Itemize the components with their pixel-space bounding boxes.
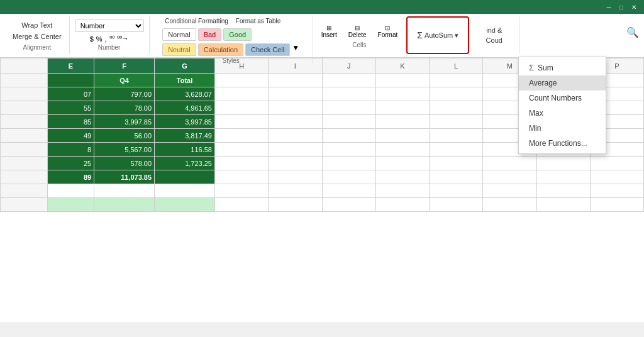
average-menu-item[interactable]: Average (519, 75, 606, 91)
bad-style-button[interactable]: Bad (198, 28, 222, 41)
col-l-header[interactable]: L (430, 58, 483, 74)
insert-button[interactable]: ⊞ Insert (318, 23, 340, 40)
row2-col-i[interactable] (269, 101, 322, 115)
total-col-i[interactable] (269, 170, 322, 184)
light-col-l[interactable] (430, 198, 483, 212)
empty-col-p[interactable] (590, 184, 643, 198)
total-col-f[interactable]: 11,073.85 (94, 170, 155, 184)
row4-col-f[interactable]: 56.00 (94, 129, 155, 143)
row6-col-e[interactable]: 25 (47, 157, 94, 170)
row5-col-i[interactable] (269, 143, 322, 157)
merge-center-button[interactable]: Merge & Center (10, 31, 64, 41)
empty-col-l[interactable] (430, 184, 483, 198)
row1-col-h[interactable] (215, 87, 269, 101)
search-icon[interactable]: 🔍 (626, 27, 639, 38)
autosum-button[interactable]: Σ AutoSum ▾ (414, 29, 461, 41)
row6-col-n[interactable] (536, 157, 590, 170)
light-col-m[interactable] (483, 198, 536, 212)
row5-col-j[interactable] (322, 143, 375, 157)
sum-menu-item[interactable]: Σ Sum (519, 60, 606, 75)
light-col-n[interactable] (536, 198, 590, 212)
row6-col-l[interactable] (430, 157, 483, 170)
empty-col-g[interactable] (155, 184, 215, 198)
empty-col-i[interactable] (269, 184, 322, 198)
light-col-g[interactable] (155, 198, 215, 212)
wrap-text-button[interactable]: Wrap Text (19, 20, 55, 30)
row4-col-g[interactable]: 3,817.49 (155, 129, 215, 143)
row2-col-f[interactable]: 78.00 (94, 101, 155, 115)
row1-col-j[interactable] (322, 87, 375, 101)
col-e-header-cell[interactable] (47, 74, 94, 87)
empty-col-j[interactable] (322, 184, 375, 198)
row2-col-h[interactable] (215, 101, 269, 115)
row4-col-l[interactable] (430, 129, 483, 143)
format-as-table-button[interactable]: Format as Table (233, 16, 284, 26)
total-col-h[interactable] (215, 170, 269, 184)
format-button[interactable]: ⊡ Format (375, 23, 401, 40)
row2-col-k[interactable] (375, 101, 429, 115)
close-btn[interactable]: ✕ (629, 2, 639, 12)
neutral-style-button[interactable]: Neutral (162, 43, 196, 56)
row3-col-e[interactable]: 85 (47, 115, 94, 129)
col-f-header[interactable]: F (94, 58, 155, 74)
row3-col-k[interactable] (375, 115, 429, 129)
row5-col-e[interactable]: 8 (47, 143, 94, 157)
window-controls[interactable]: ─ □ ✕ (604, 2, 639, 12)
row1-col-e[interactable]: 07 (47, 87, 94, 101)
empty-col-h[interactable] (215, 184, 269, 198)
row3-col-h[interactable] (215, 115, 269, 129)
row1-col-i[interactable] (269, 87, 322, 101)
col-g-total-header[interactable]: Total (155, 74, 215, 87)
calculation-style-button[interactable]: Calculation (198, 43, 243, 56)
total-col-n[interactable] (536, 170, 590, 184)
light-col-i[interactable] (269, 198, 322, 212)
col-e-header[interactable]: E (47, 58, 94, 74)
more-functions-menu-item[interactable]: More Functions... (519, 136, 606, 151)
styles-more-icon[interactable]: ▼ (292, 43, 299, 56)
row1-col-l[interactable] (430, 87, 483, 101)
count-numbers-menu-item[interactable]: Count Numbers (519, 91, 606, 106)
row6-col-f[interactable]: 578.00 (94, 157, 155, 170)
row3-col-f[interactable]: 3,997.85 (94, 115, 155, 129)
row6-col-i[interactable] (269, 157, 322, 170)
find-select-button[interactable]: ind & (484, 25, 504, 35)
empty-col-f[interactable] (94, 184, 155, 198)
row5-col-h[interactable] (215, 143, 269, 157)
row5-col-g[interactable]: 116.58 (155, 143, 215, 157)
row6-col-h[interactable] (215, 157, 269, 170)
check-cell-style-button[interactable]: Check Cell (245, 43, 290, 56)
light-col-k[interactable] (375, 198, 429, 212)
minimize-btn[interactable]: ─ (604, 2, 614, 12)
row4-col-e[interactable]: 49 (47, 129, 94, 143)
row6-col-k[interactable] (375, 157, 429, 170)
total-col-g[interactable] (155, 170, 215, 184)
row2-col-j[interactable] (322, 101, 375, 115)
row4-col-k[interactable] (375, 129, 429, 143)
maximize-btn[interactable]: □ (616, 2, 626, 12)
row2-col-l[interactable] (430, 101, 483, 115)
row1-col-f[interactable]: 797.00 (94, 87, 155, 101)
light-col-f[interactable] (94, 198, 155, 212)
light-col-e[interactable] (47, 198, 94, 212)
delete-button[interactable]: ⊟ Delete (345, 23, 370, 40)
search-icon-area[interactable]: 🔍 (626, 26, 639, 38)
row4-col-h[interactable] (215, 129, 269, 143)
row3-col-j[interactable] (322, 115, 375, 129)
conditional-formatting-button[interactable]: Conditional Formatting (162, 16, 231, 26)
col-k-header[interactable]: K (375, 58, 429, 74)
row1-col-g[interactable]: 3,628.07 (155, 87, 215, 101)
row2-col-e[interactable]: 55 (47, 101, 94, 115)
total-col-j[interactable] (322, 170, 375, 184)
total-col-m[interactable] (483, 170, 536, 184)
normal-style-button[interactable]: Normal (162, 28, 196, 41)
empty-col-e[interactable] (47, 184, 94, 198)
total-col-l[interactable] (430, 170, 483, 184)
row5-col-l[interactable] (430, 143, 483, 157)
row5-col-f[interactable]: 5,567.00 (94, 143, 155, 157)
light-col-j[interactable] (322, 198, 375, 212)
total-col-p[interactable] (590, 170, 643, 184)
empty-col-k[interactable] (375, 184, 429, 198)
empty-col-m[interactable] (483, 184, 536, 198)
col-j-header[interactable]: J (322, 58, 375, 74)
light-col-h[interactable] (215, 198, 269, 212)
